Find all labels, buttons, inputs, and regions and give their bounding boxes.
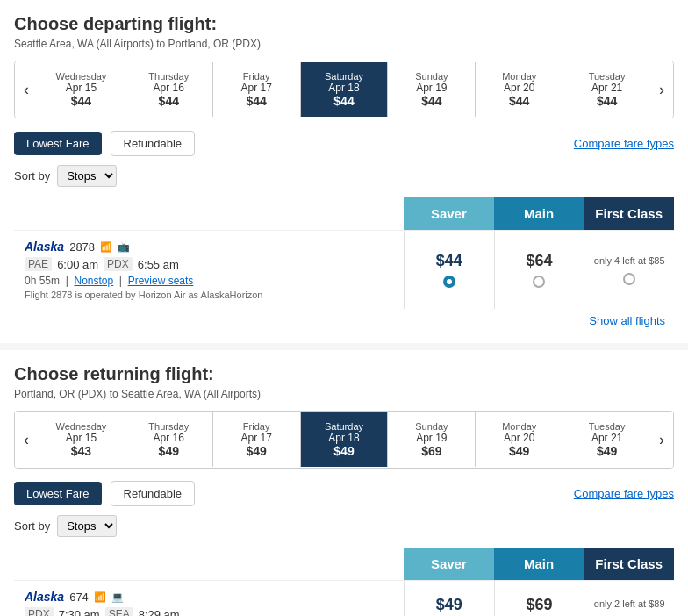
returning-dep-time: 7:30 am <box>59 608 100 617</box>
returning-date-0[interactable]: Wednesday Apr 15 $43 <box>38 412 125 467</box>
departing-fare-headers: Saver Main First Class <box>14 197 674 230</box>
departing-first-header[interactable]: First Class <box>584 197 674 230</box>
returning-laptop-icon: 💻 <box>111 591 124 603</box>
returning-subtitle: Portland, OR (PDX) to Seattle Area, WA (… <box>14 388 674 400</box>
returning-next-nav[interactable]: › <box>650 412 673 468</box>
returning-first-cell[interactable]: only 2 left at $89 <box>584 581 674 616</box>
returning-sort-select[interactable]: Stops <box>57 515 117 537</box>
returning-flight-row: Alaska 674 📶 💻 PDX 7:30 am SEA 8:29 am 0… <box>14 580 674 616</box>
departing-section: Choose departing flight: Seattle Area, W… <box>0 0 688 343</box>
returning-date-selector: ‹ Wednesday Apr 15 $43 Thursday Apr 16 $… <box>14 411 674 469</box>
returning-fare-empty <box>14 548 404 580</box>
departing-dep-time: 6:00 am <box>57 258 98 271</box>
departing-fare-empty <box>14 197 404 230</box>
departing-date-0[interactable]: Wednesday Apr 15 $44 <box>38 62 125 117</box>
departing-arr-airport: PDX <box>104 257 133 271</box>
returning-lowest-fare-button[interactable]: Lowest Fare <box>14 482 102 505</box>
departing-saver-radio[interactable] <box>443 276 455 288</box>
returning-filter-bar: Lowest Fare Refundable Compare fare type… <box>14 481 674 506</box>
returning-date-2[interactable]: Friday Apr 17 $49 <box>212 412 300 467</box>
departing-prev-nav[interactable]: ‹ <box>15 61 38 118</box>
departing-date-5[interactable]: Monday Apr 20 $44 <box>475 62 563 117</box>
departing-first-radio[interactable] <box>623 273 635 285</box>
returning-sort-label: Sort by <box>14 519 50 533</box>
returning-date-4[interactable]: Sunday Apr 19 $69 <box>387 412 475 467</box>
returning-arr-airport: SEA <box>105 607 133 616</box>
returning-refundable-button[interactable]: Refundable <box>111 481 196 506</box>
departing-flight-row: Alaska 2878 📶 📺 PAE 6:00 am PDX 6:55 am … <box>14 230 674 309</box>
returning-fare-headers: Saver Main First Class <box>14 548 674 580</box>
returning-flight-num: 674 <box>69 591 89 604</box>
returning-prev-nav[interactable]: ‹ <box>15 412 38 468</box>
departing-show-all-row: Show all flights <box>14 309 674 329</box>
departing-compare-link[interactable]: Compare fare types <box>574 137 674 150</box>
departing-main-cell[interactable]: $64 <box>494 231 584 309</box>
departing-airline-logo: Alaska <box>25 240 64 254</box>
departing-saver-header[interactable]: Saver <box>404 197 494 230</box>
departing-flight-num: 2878 <box>69 240 95 254</box>
returning-first-header[interactable]: First Class <box>584 548 674 580</box>
departing-date-4[interactable]: Sunday Apr 19 $44 <box>387 62 475 117</box>
departing-date-2[interactable]: Friday Apr 17 $44 <box>212 62 300 117</box>
returning-wifi-icon: 📶 <box>94 591 106 603</box>
returning-dep-airport: PDX <box>25 607 54 616</box>
departing-date-3[interactable]: Saturday Apr 18 $44 <box>300 62 388 117</box>
departing-nonstop-link[interactable]: Nonstop <box>74 275 113 287</box>
returning-date-3[interactable]: Saturday Apr 18 $49 <box>300 412 388 467</box>
departing-subtitle: Seattle Area, WA (All Airports) to Portl… <box>14 38 674 50</box>
departing-duration: 0h 55m <box>25 275 60 287</box>
returning-title: Choose returning flight: <box>14 364 674 384</box>
departing-date-selector: ‹ Wednesday Apr 15 $44 Thursday Apr 16 $… <box>14 61 674 118</box>
returning-saver-price: $49 <box>436 596 462 614</box>
departing-arr-time: 6:55 am <box>138 258 179 271</box>
departing-tv-icon: 📺 <box>118 241 130 253</box>
returning-section: Choose returning flight: Portland, OR (P… <box>0 350 688 616</box>
departing-preview-link[interactable]: Preview seats <box>128 275 194 287</box>
returning-flight-info: Alaska 674 📶 💻 PDX 7:30 am SEA 8:29 am 0… <box>14 581 404 616</box>
departing-main-price: $64 <box>526 252 552 270</box>
departing-dep-airport: PAE <box>25 257 52 271</box>
returning-arr-time: 8:29 am <box>139 608 180 617</box>
departing-lowest-fare-button[interactable]: Lowest Fare <box>14 132 102 155</box>
returning-date-5[interactable]: Monday Apr 20 $49 <box>475 412 563 467</box>
departing-first-only-left: only 4 left at $85 <box>594 254 665 268</box>
returning-compare-link[interactable]: Compare fare types <box>574 487 674 500</box>
returning-date-1[interactable]: Thursday Apr 16 $49 <box>125 412 212 467</box>
returning-main-cell[interactable]: $69 <box>494 581 584 616</box>
departing-saver-cell[interactable]: $44 <box>404 231 494 309</box>
departing-wifi-icon: 📶 <box>100 241 112 253</box>
departing-flight-info: Alaska 2878 📶 📺 PAE 6:00 am PDX 6:55 am … <box>14 231 404 309</box>
departing-date-6[interactable]: Tuesday Apr 21 $44 <box>563 62 650 117</box>
departing-sort-label: Sort by <box>14 169 50 183</box>
departing-main-header[interactable]: Main <box>494 197 584 230</box>
returning-first-only-left: only 2 left at $89 <box>594 598 665 611</box>
returning-date-6[interactable]: Tuesday Apr 21 $49 <box>563 412 650 467</box>
returning-saver-cell[interactable]: $49 <box>404 581 494 616</box>
departing-date-1[interactable]: Thursday Apr 16 $44 <box>125 62 212 117</box>
departing-sort-row: Sort by Stops <box>14 165 674 187</box>
departing-next-nav[interactable]: › <box>650 61 673 118</box>
departing-filter-bar: Lowest Fare Refundable Compare fare type… <box>14 131 674 156</box>
departing-operated-by: Flight 2878 is operated by Horizon Air a… <box>25 290 393 300</box>
returning-airline-logo: Alaska <box>25 590 64 604</box>
returning-sort-row: Sort by Stops <box>14 515 674 537</box>
returning-main-header[interactable]: Main <box>494 548 584 580</box>
departing-main-radio[interactable] <box>533 276 545 288</box>
returning-main-price: $69 <box>526 596 552 614</box>
departing-show-all-link[interactable]: Show all flights <box>589 314 665 327</box>
departing-refundable-button[interactable]: Refundable <box>111 131 196 156</box>
returning-saver-header[interactable]: Saver <box>404 548 494 580</box>
departing-title: Choose departing flight: <box>14 14 674 34</box>
departing-saver-price: $44 <box>436 252 462 270</box>
departing-first-cell[interactable]: only 4 left at $85 <box>584 231 674 309</box>
departing-sort-select[interactable]: Stops <box>57 165 117 187</box>
